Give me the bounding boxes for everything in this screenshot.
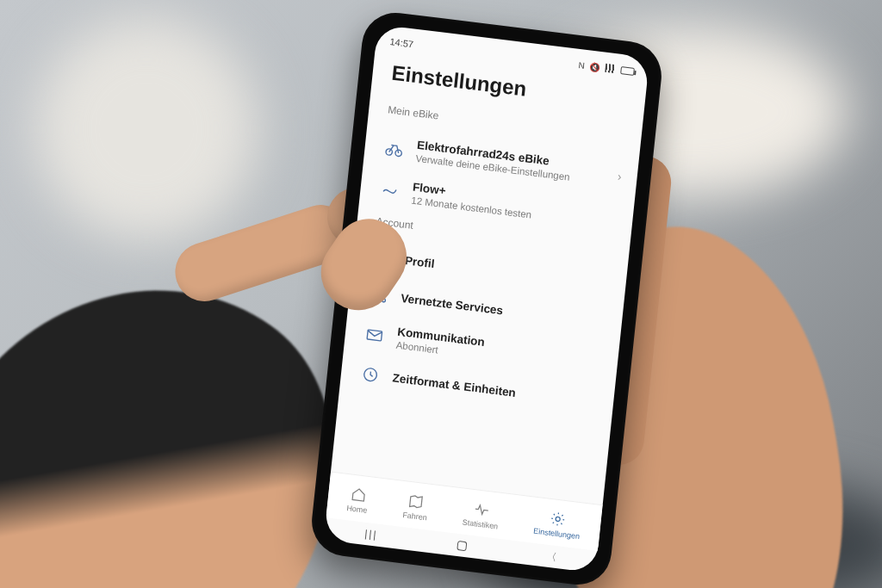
home-icon <box>349 485 368 504</box>
clock-icon <box>359 363 382 387</box>
status-time: 14:57 <box>389 36 414 49</box>
mail-icon <box>363 324 386 347</box>
flow-icon <box>378 178 401 201</box>
map-icon <box>407 492 425 511</box>
svg-point-9 <box>556 517 560 522</box>
nfc-icon: N <box>578 60 585 71</box>
mute-icon: 🔇 <box>589 61 600 71</box>
gear-icon <box>549 509 568 528</box>
chevron-right-icon: › <box>617 169 622 183</box>
tab-label: Einstellungen <box>533 526 581 541</box>
tab-settings[interactable]: Einstellungen <box>533 507 582 540</box>
tab-label: Home <box>346 504 368 515</box>
tab-home[interactable]: Home <box>346 485 370 515</box>
tab-label: Fahren <box>402 511 427 522</box>
nav-back-icon[interactable]: 〈 <box>546 548 558 564</box>
smartphone: 14:57 N 🔇 Einstellungen Mein eBike Elekt… <box>318 19 655 579</box>
signal-icon <box>605 64 616 73</box>
nav-home-icon[interactable] <box>457 541 468 551</box>
bike-icon <box>383 137 406 160</box>
nav-recent-icon[interactable]: ||| <box>364 528 379 542</box>
pulse-icon <box>472 499 491 518</box>
tab-stats[interactable]: Statistiken <box>462 498 500 530</box>
battery-icon <box>620 66 635 76</box>
tab-label: Statistiken <box>462 517 498 530</box>
tab-ride[interactable]: Fahren <box>402 492 430 522</box>
